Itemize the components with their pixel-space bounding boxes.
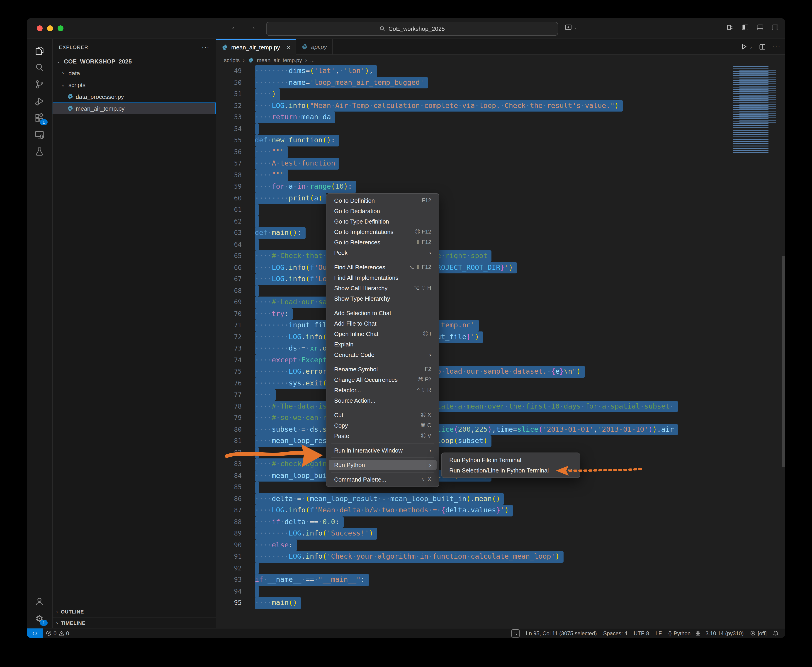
menu-item-add-file-to-chat[interactable]: Add File to Chat [329,318,437,329]
outline-section-header[interactable]: › OUTLINE [53,606,216,617]
screencast-status[interactable]: [off] [747,630,770,636]
menu-item-generate-code[interactable]: Generate Code› [329,350,437,360]
customize-layout-icon[interactable] [726,23,734,31]
source-control-activity-button[interactable] [34,79,45,90]
code-line[interactable]: 62 [216,216,785,227]
problems-status[interactable]: 0 0 [46,630,70,636]
zoom-status[interactable] [508,629,523,637]
code-line[interactable]: 57····A·test·function [216,158,785,169]
command-center-search[interactable]: CoE_workshop_2025 [266,22,558,36]
more-actions-icon[interactable]: ··· [202,43,209,51]
back-arrow-icon[interactable]: ← [231,23,239,32]
language-mode-status[interactable]: {} Python [665,630,694,636]
code-line[interactable]: 86····delta·=·(mean_loop_result·-·mean_l… [216,493,785,505]
menu-item-peek[interactable]: Peek› [329,247,437,258]
menu-item-refactor[interactable]: Refactor...^ ⇧ R [329,385,437,395]
code-line[interactable]: 52····LOG.info("Mean·Air·Temp·calculatio… [216,100,785,111]
settings-button[interactable]: ⚙ 1 [34,613,45,624]
tree-item-mean-air-temp[interactable]: mean_air_temp.py [53,103,216,114]
code-line[interactable]: 92 [216,562,785,574]
menu-item-run-in-interactive-window[interactable]: Run in Interactive Window› [329,445,437,456]
run-file-icon[interactable] [740,43,747,50]
explorer-activity-button[interactable] [34,45,45,56]
eol-status[interactable]: LF [653,630,665,636]
code-line[interactable]: 70····try: [216,308,785,320]
minimap[interactable] [733,66,781,155]
code-line[interactable]: 61 [216,204,785,216]
code-line[interactable]: 75········LOG.error(f"\nGot·an·error·try… [216,366,785,377]
tab-mean-air-temp[interactable]: mean_air_temp.py × [216,39,296,55]
menu-item-go-to-type-definition[interactable]: Go to Type Definition [329,216,437,227]
menu-item-open-inline-chat[interactable]: Open Inline Chat⌘ I [329,329,437,339]
code-line[interactable]: 51····) [216,88,785,100]
code-line[interactable]: 68 [216,285,785,297]
code-line[interactable]: 73········ds·=·xr.open_dataset(input_fil… [216,343,785,354]
menu-item-explain[interactable]: Explain [329,339,437,350]
menu-item-cut[interactable]: Cut⌘ X [329,410,437,420]
indentation-status[interactable]: Spaces: 4 [600,630,631,636]
maximize-window-button[interactable] [58,25,63,31]
code-line[interactable]: 66····LOG.info(f'Our·logging·dir·is·set·… [216,262,785,274]
menu-item-show-call-hierarchy[interactable]: Show Call Hierarchy⌥ ⇧ H [329,283,437,294]
code-line[interactable]: 87····LOG.info(f'Mean·delta·b/w·two·meth… [216,505,785,516]
menu-item-command-palette[interactable]: Command Palette...⌥ X [329,474,437,485]
code-line[interactable]: 54 [216,123,785,135]
tree-item-scripts[interactable]: ⌄ scripts [53,79,216,91]
menu-item-run-python-file-in-terminal[interactable]: Run Python File in Terminal [444,455,578,465]
code-line[interactable]: 91········LOG.info('Check·your·algorithm… [216,551,785,562]
breadcrumb-scripts[interactable]: scripts [224,57,240,63]
tab-api[interactable]: api.py [296,39,333,55]
encoding-status[interactable]: UTF-8 [631,630,653,636]
cursor-position-status[interactable]: Ln 95, Col 11 (3075 selected) [523,630,600,636]
scrollbar-thumb[interactable] [782,256,785,467]
menu-item-copy[interactable]: Copy⌘ C [329,420,437,431]
code-line[interactable]: 80····subset·=·ds.sel(lat=slice(15,20),·… [216,424,785,435]
chevron-down-icon[interactable]: ⌄ [749,44,752,49]
more-actions-icon[interactable]: ··· [772,43,781,51]
python-interpreter-status[interactable]: 3.10.14 (py310) [702,630,747,636]
code-line[interactable]: 60········print(a) [216,192,785,204]
search-activity-button[interactable] [34,62,45,73]
code-line[interactable]: 58····""" [216,169,785,181]
code-line[interactable]: 76········sys.exit(1) [216,377,785,389]
menu-item-go-to-declaration[interactable]: Go to Declaration [329,206,437,216]
code-line[interactable]: 49········dims=('lat',·'lon'), [216,65,785,77]
code-line[interactable]: 55def·new_function(): [216,135,785,146]
tree-item-root[interactable]: ⌄ COE_WORKSHOP_2025 [53,55,216,67]
run-debug-activity-button[interactable] [34,96,45,106]
copilot-chat-button[interactable]: ⌄ [565,23,577,31]
code-line[interactable]: 53····return·mean_da [216,111,785,123]
menu-item-add-selection-to-chat[interactable]: Add Selection to Chat [329,308,437,318]
code-line[interactable]: 64 [216,239,785,250]
menu-item-go-to-definition[interactable]: Go to DefinitionF12 [329,196,437,206]
forward-arrow-icon[interactable]: → [249,23,256,32]
timeline-section-header[interactable]: › TIMELINE [53,617,216,629]
extensions-activity-button[interactable]: 1 [34,113,45,123]
remote-indicator[interactable] [27,629,43,638]
code-line[interactable]: 90····else: [216,539,785,551]
code-editor[interactable]: 49········dims=('lat',·'lon'),50········… [216,65,785,629]
menu-item-source-action[interactable]: Source Action... [329,395,437,406]
code-line[interactable]: 78····#·The·data·is·a·bit·too·big·so·we·… [216,401,785,412]
account-button[interactable] [34,596,45,607]
code-line[interactable]: 56····""" [216,146,785,158]
menu-item-go-to-implementations[interactable]: Go to Implementations⌘ F12 [329,227,437,237]
close-window-button[interactable] [37,25,43,31]
breadcrumb-file[interactable]: mean_air_temp.py [257,57,302,63]
code-line[interactable]: 69····#·Load·our·sample·dataset [216,297,785,308]
menu-item-run-python[interactable]: Run Python› [329,460,437,470]
code-line[interactable]: 81····mean_loop_result·=·calculate_mean_… [216,435,785,447]
code-line[interactable]: 72········LOG.info(f'Loading·our·dataset… [216,331,785,343]
remote-explorer-activity-button[interactable] [34,129,45,140]
code-line[interactable]: 50········name='loop_mean_air_temp_bugge… [216,77,785,88]
code-line[interactable]: 88····if·delta·==·0.0: [216,516,785,528]
menu-item-paste[interactable]: Paste⌘ V [329,431,437,441]
split-editor-icon[interactable] [759,43,766,50]
tree-item-data-processor[interactable]: data_processor.py [53,91,216,103]
code-line[interactable]: 71········input_file·=·DATA_DIR·/·'sampl… [216,320,785,331]
close-icon[interactable]: × [287,44,290,51]
testing-activity-button[interactable] [34,146,45,157]
breadcrumb-symbol[interactable]: ... [310,57,315,63]
toggle-panel-icon[interactable] [756,23,764,31]
toggle-primary-sidebar-icon[interactable] [741,23,749,31]
